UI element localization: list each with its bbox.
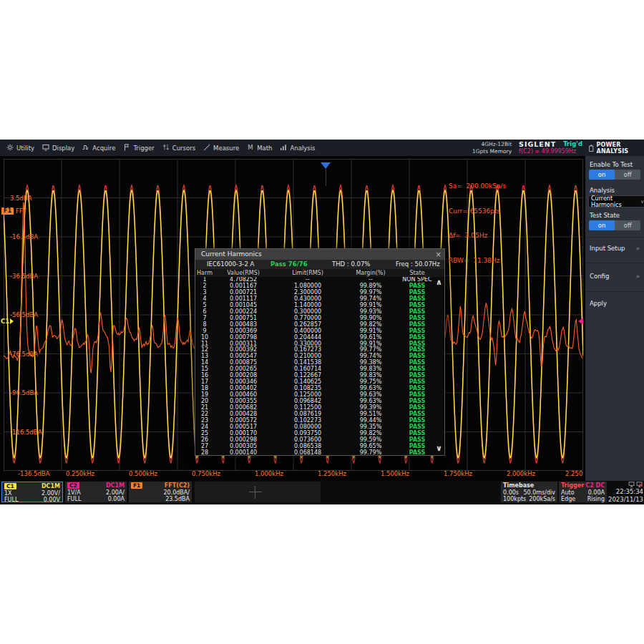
cursors-icon	[162, 144, 170, 152]
harmonic-row[interactable]: 280.0001400.06814899.79%PASS	[195, 450, 444, 457]
lan-disconnected-icon	[636, 482, 643, 487]
config-label: Config	[590, 273, 609, 280]
fft-delta-f: Δf= 3.05Hz	[449, 232, 506, 240]
channel-c2-box[interactable]: C2 DC1M 1V/A 2.00A/ FULL 0.00A	[65, 482, 127, 502]
channel-c1-box[interactable]: C1 DC1M 1X 2.00V/ FULL 0.00V	[1, 482, 63, 502]
timebase-box[interactable]: Timebase 0.00s 50.0ms/div 100kpts 200kSa…	[501, 482, 557, 502]
timebase-label: Timebase	[503, 482, 534, 489]
c1-level-marker[interactable]: C1	[1, 318, 14, 325]
value-cell: 0.068148	[273, 450, 343, 457]
panel-divider	[585, 263, 644, 263]
test-state-off-button[interactable]: off	[615, 220, 640, 230]
f1-ref-level: 23.5dBA	[165, 496, 190, 503]
c2-bandwidth: FULL	[67, 496, 81, 503]
value-cell: 99.79%	[343, 450, 399, 457]
menu-item-math[interactable]: MMath	[247, 144, 272, 152]
timebase-scale: 50.0ms/div	[523, 489, 555, 497]
f1-trace-tag[interactable]: F1 FFT	[1, 208, 26, 215]
trigger-box[interactable]: Trigger C2 DC Auto 0.00A Edge Rising	[559, 482, 607, 502]
analysis-icon	[280, 144, 287, 152]
trigger-flag-icon	[123, 144, 130, 152]
acquire-icon	[82, 144, 89, 152]
c1-marker-arrow-icon	[10, 318, 14, 324]
y-axis-label: 3.5dBA	[10, 195, 32, 202]
c1-offset: 0.00V	[44, 497, 60, 504]
top-status-cluster: 4GHz-12Bit SIGLENT Trig'd 1Gpts Memory f…	[472, 140, 582, 155]
c2-probe: 1V/A	[67, 489, 81, 497]
input-setup-item[interactable]: Input Setup »	[590, 245, 640, 252]
menu-item-utility[interactable]: Utility	[6, 144, 34, 152]
timebase-samplerate: 200kSa/s	[529, 496, 555, 503]
timebase-delay: 0.00s	[503, 489, 519, 497]
enable-off-button[interactable]: off	[615, 170, 640, 180]
apply-label: Apply	[590, 300, 607, 307]
date-readout: 2023/11/13	[608, 496, 643, 504]
f1-source: FFT(C2)	[165, 482, 190, 489]
panel-divider	[585, 237, 644, 238]
menu-item-measure[interactable]: Measure	[203, 144, 239, 152]
gear-icon	[6, 144, 14, 152]
enable-to-test-label: Enable To Test	[590, 161, 633, 168]
y-axis-label: -116.5dBA	[10, 429, 42, 436]
config-item[interactable]: Config »	[590, 273, 640, 280]
f1-fft-label: FFT	[16, 208, 26, 215]
frequency-counter: f(C2) = 49.99959Hz	[519, 148, 582, 155]
menu-item-analysis[interactable]: Analysis	[280, 144, 315, 152]
trigger-level-marker[interactable]	[578, 318, 583, 325]
network-status-icons	[608, 482, 643, 488]
c1-marker-label: C1	[1, 318, 9, 325]
lan-icon	[628, 482, 635, 487]
x-axis-label: 1.500kHz	[381, 470, 409, 477]
analysis-label: Analysis	[590, 187, 615, 194]
y-bottom-label: -136.5dBA	[18, 470, 49, 477]
math-icon: M	[247, 144, 254, 152]
math-f1-box[interactable]: F1 FFT(C2) 20.0dBA/ 23.5dBA	[129, 482, 192, 502]
test-state-on-button[interactable]: on	[589, 220, 615, 230]
fft-sample-rate: Sa= 200.00kSa/s	[449, 182, 506, 191]
analysis-dropdown[interactable]: Current Harmonics ∨	[588, 195, 644, 208]
trigger-type: Edge	[561, 496, 575, 503]
f1-badge: F1	[1, 208, 14, 215]
menu-item-trigger[interactable]: Trigger	[123, 144, 154, 152]
close-icon[interactable]: ×	[436, 249, 441, 260]
test-state-toggle: on off	[589, 220, 640, 230]
state-cell: PASS	[399, 450, 436, 457]
trigger-position-marker[interactable]	[321, 162, 331, 169]
dialog-summary-row: IEC61000-3-2 A Pass 76/76 THD : 0.07% Fr…	[195, 260, 444, 269]
dialog-title: Current Harmonics	[201, 250, 262, 258]
standard-label: IEC61000-3-2 A	[207, 260, 254, 269]
x-axis-label: 0.500kHz	[129, 470, 157, 477]
value-cell: 28	[195, 450, 214, 457]
c2-badge: C2	[67, 482, 79, 489]
enable-on-button[interactable]: on	[589, 170, 615, 180]
f1-scale: 20.0dBA/	[163, 489, 190, 497]
scroll-up-icon[interactable]: ∧	[436, 278, 442, 287]
dialog-titlebar[interactable]: Current Harmonics ×	[195, 249, 444, 260]
bandwidth-label: 4GHz-12Bit	[472, 141, 512, 148]
c2-offset: 0.00A	[108, 496, 125, 503]
c1-badge: C1	[4, 483, 16, 489]
trigger-position-line	[326, 169, 326, 186]
menu-item-display[interactable]: Display	[42, 144, 74, 152]
column-header: Limit(RMS)	[273, 269, 343, 277]
bottom-status-bar: C1 DC1M 1X 2.00V/ FULL 0.00V C2 DC1M 1V/…	[0, 481, 644, 504]
test-state-label: Test State	[590, 212, 620, 219]
panel-title: POWER ANALYSIS	[597, 142, 644, 155]
column-header: Margin(%)	[343, 269, 399, 277]
apply-item[interactable]: Apply	[590, 300, 640, 307]
scroll-down-icon[interactable]: ∨	[436, 444, 442, 453]
menu-item-acquire[interactable]: Acquire	[82, 144, 115, 152]
freq-readout: Freq : 50.07Hz	[396, 260, 440, 269]
trigger-slope: Rising	[587, 496, 605, 503]
brand-logo: SIGLENT	[519, 140, 556, 148]
x-axis-label: 1.000kHz	[255, 470, 283, 477]
menu-items: UtilityDisplayAcquireTriggerCursorsMeasu…	[0, 144, 316, 152]
panel-divider	[585, 291, 644, 292]
menu-item-cursors[interactable]: Cursors	[162, 144, 195, 152]
table-header-row: HarmValue(RMS)Limit(RMS)Margin(%)State	[195, 269, 444, 277]
clock-box[interactable]: 22:35:34 2023/11/13	[608, 482, 643, 504]
empty-channel-slot[interactable]	[195, 482, 321, 502]
column-header: Harm	[195, 269, 214, 277]
battery-icon	[589, 144, 594, 152]
x-axis-label: 1.250kHz	[318, 470, 346, 477]
